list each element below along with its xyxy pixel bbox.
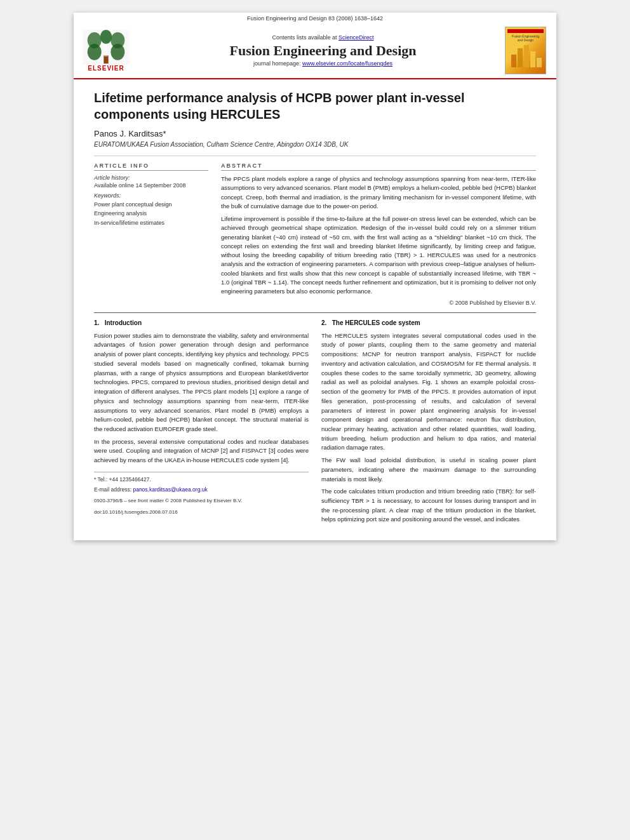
cover-chart-icon	[508, 42, 543, 70]
keyword-1: Power plant conceptual design	[94, 200, 208, 209]
svg-rect-11	[518, 48, 523, 67]
article-info-abstract: ARTICLE INFO Article history: Available …	[94, 163, 536, 306]
svg-rect-13	[530, 51, 535, 67]
elsevier-label: ELSEVIER	[88, 65, 124, 72]
svg-point-5	[111, 44, 124, 60]
journal-homepage: journal homepage: www.elsevier.com/locat…	[141, 60, 505, 67]
abstract-panel: ABSTRACT The PPCS plant models explore a…	[221, 163, 536, 306]
divider-1	[94, 156, 536, 156]
section2-title: 2. The HERCULES code system	[321, 318, 536, 328]
author-name: Panos J. Karditsas*	[94, 129, 536, 138]
section2-para3: The code calculates tritium production a…	[321, 487, 536, 524]
elsevier-logo: ELSEVIER	[77, 30, 135, 72]
svg-rect-12	[524, 45, 529, 67]
body-columns: 1. Introduction Fusion power studies aim…	[94, 318, 536, 528]
article-info-label: ARTICLE INFO	[94, 163, 208, 171]
affiliation: EURATOM/UKAEA Fusion Association, Culham…	[94, 141, 536, 148]
journal-banner: ELSEVIER Contents lists available at Sci…	[74, 23, 556, 78]
issn-line: 0920-3796/$ – see front matter © 2008 Pu…	[94, 497, 309, 505]
keyword-2: Engineering analysis	[94, 209, 208, 218]
svg-rect-10	[511, 55, 516, 67]
svg-point-2	[100, 30, 112, 44]
journal-citation: Fusion Engineering and Design 83 (2008) …	[74, 13, 556, 23]
cover-journal-text: Fusion Engineeringand Design	[512, 34, 539, 42]
abstract-para2: Lifetime improvement is possible if the …	[221, 215, 536, 296]
svg-point-7	[104, 46, 108, 50]
abstract-label: ABSTRACT	[221, 163, 536, 171]
sciencedirect-line: Contents lists available at ScienceDirec…	[141, 34, 505, 41]
journal-header: Fusion Engineering and Design 83 (2008) …	[74, 13, 556, 79]
body-right-col: 2. The HERCULES code system The HERCULES…	[321, 318, 536, 528]
doi-line: doi:10.1016/j.fusengdes.2008.07.016	[94, 509, 309, 516]
available-online: Available online 14 September 2008	[94, 182, 208, 189]
email-link[interactable]: panos.karditsas@ukaea.org.uk	[133, 486, 207, 493]
journal-citation-text: Fusion Engineering and Design 83 (2008) …	[247, 15, 383, 22]
email-label: E-mail address:	[94, 486, 131, 493]
journal-title: Fusion Engineering and Design	[141, 43, 505, 59]
contents-label: Contents lists available at	[272, 34, 337, 41]
section1-heading: Introduction	[105, 319, 142, 326]
article-title: Lifetime performance analysis of HCPB po…	[94, 90, 536, 123]
cover-top-bar	[507, 29, 544, 33]
copyright: © 2008 Published by Elsevier B.V.	[221, 300, 536, 306]
body-left-col: 1. Introduction Fusion power studies aim…	[94, 318, 309, 528]
footnote-email: E-mail address: panos.karditsas@ukaea.or…	[94, 486, 309, 494]
svg-rect-8	[104, 51, 108, 57]
author-name-text: Panos J. Karditsas*	[94, 129, 166, 138]
keywords-label: Keywords:	[94, 192, 208, 199]
doi-area: 0920-3796/$ – see front matter © 2008 Pu…	[94, 497, 309, 516]
article-history-label: Article history:	[94, 175, 208, 181]
article-content: Lifetime performance analysis of HCPB po…	[74, 79, 556, 540]
homepage-link[interactable]: www.elsevier.com/locate/fusengdes	[302, 60, 392, 67]
section2-para2: The FW wall load poloidal distribution, …	[321, 456, 536, 484]
journal-cover-image: Fusion Engineeringand Design	[505, 27, 546, 74]
svg-rect-14	[537, 58, 542, 67]
homepage-label: journal homepage:	[253, 60, 301, 67]
svg-rect-6	[104, 55, 108, 63]
footnote-tel: * Tel.: +44 1235466427.	[94, 476, 309, 484]
section1-title: 1. Introduction	[94, 318, 309, 328]
footnote-area: * Tel.: +44 1235466427. E-mail address: …	[94, 472, 309, 494]
section2-number: 2.	[321, 319, 326, 326]
section1-number: 1.	[94, 319, 99, 326]
svg-point-4	[88, 44, 102, 60]
body-divider	[94, 312, 536, 313]
elsevier-tree-icon	[81, 30, 131, 65]
abstract-para1: The PPCS plant models explore a range of…	[221, 175, 536, 211]
journal-title-center: Contents lists available at ScienceDirec…	[141, 34, 505, 67]
keyword-3: In-service/lifetime estimates	[94, 218, 208, 227]
article-info-panel: ARTICLE INFO Article history: Available …	[94, 163, 208, 306]
page: Fusion Engineering and Design 83 (2008) …	[74, 13, 556, 540]
section2-para1: The HERCULES system integrates several c…	[321, 331, 536, 453]
section1-para1: Fusion power studies aim to demonstrate …	[94, 331, 309, 434]
section1-para2: In the process, several extensive comput…	[94, 437, 309, 465]
keywords-list: Power plant conceptual design Engineerin…	[94, 200, 208, 227]
section2-heading: The HERCULES code system	[332, 319, 420, 326]
sciencedirect-link[interactable]: ScienceDirect	[338, 34, 374, 41]
abstract-text: The PPCS plant models explore a range of…	[221, 175, 536, 296]
